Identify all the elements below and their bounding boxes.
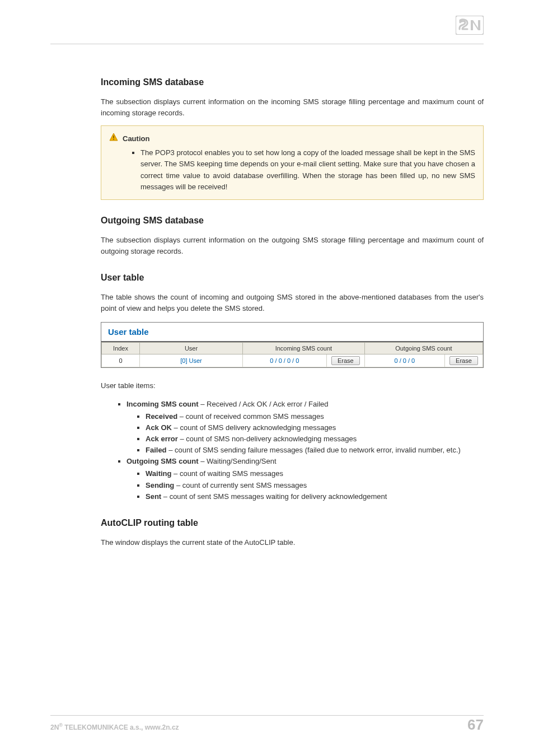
header-rule [50,44,484,44]
heading-incoming-sms-database: Incoming SMS database [101,77,484,87]
col-user: User [140,343,243,354]
caution-text: The POP3 protocol enables you to set how… [140,147,475,193]
cell-user: [0] User [140,354,243,367]
list-item: Incoming SMS count – Received / Ack OK /… [127,399,484,456]
failed-label: Failed [146,446,167,454]
user-table-screenshot: User table Index User Incoming SMS count… [101,322,484,368]
cell-erase-incoming: Erase [326,354,364,367]
list-item: Received – count of received common SMS … [146,411,484,422]
waiting-label: Waiting [146,469,171,478]
ack-ok-label: Ack OK [146,423,172,432]
waiting-desc: – count of waiting SMS messages [171,469,283,478]
col-index: Index [102,343,140,354]
list-item: Failed – count of SMS sending failure me… [146,445,484,456]
paragraph-incoming-db: The subsection displays current informat… [101,96,484,119]
paragraph-outgoing-db: The subsection displays current informat… [101,235,484,257]
ack-error-desc: – count of SMS non-delivery acknowledgin… [178,435,357,443]
cell-erase-outgoing: Erase [444,354,483,367]
erase-button[interactable]: Erase [331,356,360,365]
footer-prefix: 2N [50,724,59,731]
paragraph-user-table: The table shows the count of incoming an… [101,292,484,314]
erase-button[interactable]: Erase [449,356,478,365]
user-table-title: User table [101,323,483,342]
warning-icon [109,133,118,144]
cell-outgoing-count: 0 / 0 / 0 [364,354,444,367]
list-item: Sending – count of currently sent SMS me… [146,480,484,491]
sent-desc: – count of sent SMS messages waiting for… [161,492,387,501]
list-item: Sent – count of sent SMS messages waitin… [146,491,484,502]
col-outgoing-sms-count: Outgoing SMS count [364,343,483,354]
outgoing-sms-count-label: Outgoing SMS count [127,457,199,465]
user-table-items-intro: User table items: [101,380,484,391]
ack-error-label: Ack error [146,435,178,443]
outgoing-sms-count-desc: – Waiting/Sending/Sent [199,457,277,465]
cell-index: 0 [102,354,140,367]
failed-desc: – count of SMS sending failure messages … [167,446,461,454]
received-label: Received [146,412,177,421]
user-table-items-list: Incoming SMS count – Received / Ack OK /… [101,399,484,502]
heading-outgoing-sms-database: Outgoing SMS database [101,216,484,226]
footer-company: 2N® TELEKOMUNIKACE a.s., www.2n.cz [50,722,179,731]
sending-desc: – count of currently sent SMS messages [174,481,307,489]
list-item: Waiting – count of waiting SMS messages [146,468,484,479]
col-incoming-sms-count: Incoming SMS count [242,343,364,354]
footer-rule [50,715,484,716]
brand-logo-2n [456,16,484,37]
caution-callout: Caution The POP3 protocol enables you to… [101,125,484,200]
heading-user-table: User table [101,273,484,283]
incoming-sms-count-desc: – Received / Ack OK / Ack error / Failed [199,400,329,408]
list-item: Ack OK – count of SMS delivery acknowled… [146,422,484,433]
list-item: Outgoing SMS count – Waiting/Sending/Sen… [127,456,484,502]
sending-label: Sending [146,481,174,489]
page-number: 67 [467,716,484,734]
svg-rect-2 [113,139,114,140]
footer-rest: TELEKOMUNIKACE a.s., www.2n.cz [63,724,179,731]
sent-label: Sent [146,492,161,501]
heading-autoclip-routing-table: AutoCLIP routing table [101,518,484,528]
user-table: Index User Incoming SMS count Outgoing S… [101,342,483,367]
caution-label: Caution [123,134,149,143]
ack-ok-desc: – count of SMS delivery acknowledging me… [172,423,336,432]
svg-rect-1 [113,136,114,138]
cell-incoming-count: 0 / 0 / 0 / 0 [242,354,326,367]
paragraph-autoclip: The window displays the current state of… [101,537,484,548]
received-desc: – count of received common SMS messages [177,412,324,421]
table-row: 0 [0] User 0 / 0 / 0 / 0 Erase 0 / 0 / 0… [102,354,483,367]
list-item: Ack error – count of SMS non-delivery ac… [146,433,484,445]
footer-registered: ® [59,722,63,728]
incoming-sms-count-label: Incoming SMS count [127,400,199,408]
